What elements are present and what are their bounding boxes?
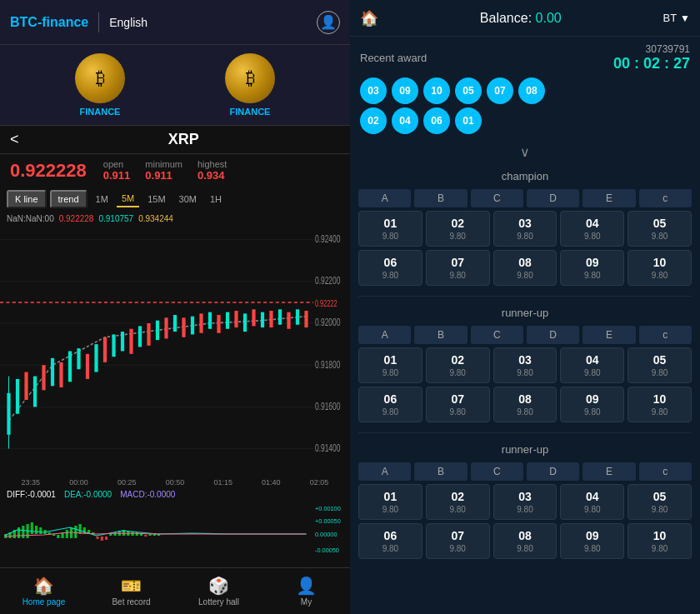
bt-button[interactable]: BT	[662, 12, 677, 24]
user-icon[interactable]: 👤	[317, 11, 340, 34]
dropdown-arrow-icon[interactable]: ▼	[680, 12, 690, 24]
cell-champ-01[interactable]: 019.80	[358, 211, 422, 247]
coin-circle-1: ₿	[75, 53, 125, 103]
svg-rect-34	[164, 317, 168, 338]
cell-champ-04[interactable]: 049.80	[560, 211, 624, 247]
cell-champ-05[interactable]: 059.80	[628, 211, 692, 247]
cell-ru2-06[interactable]: 069.80	[358, 523, 422, 559]
diff-label: DIFF:-0.0001	[7, 490, 56, 499]
col-a-champion[interactable]: A	[358, 189, 411, 207]
svg-rect-14	[7, 393, 10, 435]
svg-rect-29	[121, 332, 124, 351]
col-c-champion[interactable]: C	[471, 189, 523, 207]
cell-ru2-02[interactable]: 029.80	[426, 484, 490, 520]
col-b-ru2[interactable]: B	[414, 462, 467, 481]
left-panel: BTC-finance English 👤 ₿ FINANCE ₿ FINANC…	[0, 0, 350, 614]
high-value: 0.934	[198, 169, 225, 182]
svg-rect-44	[252, 309, 255, 326]
cell-ru1-07[interactable]: 079.80	[426, 387, 490, 422]
cell-champ-10[interactable]: 109.80	[628, 250, 692, 286]
kline-button[interactable]: K line	[7, 190, 47, 208]
cell-ru2-09[interactable]: 099.80	[560, 523, 624, 559]
cell-ru1-05[interactable]: 059.80	[628, 347, 692, 383]
nav-lottery[interactable]: 🎲 Lottery hall	[175, 568, 262, 614]
cell-ru2-08[interactable]: 089.80	[493, 523, 558, 559]
col-d-ru1[interactable]: D	[527, 326, 579, 344]
cell-ru2-04[interactable]: 049.80	[560, 484, 624, 520]
ball-03: 03	[360, 77, 387, 104]
right-home-icon[interactable]: 🏠	[360, 9, 378, 27]
cell-champ-02[interactable]: 029.80	[426, 211, 490, 247]
svg-rect-43	[243, 313, 247, 332]
lottery-section-champion: champion A B C D E c 019.80 029.80 039.8…	[350, 163, 700, 292]
col-e-ru1[interactable]: E	[582, 326, 635, 344]
svg-rect-48	[287, 312, 290, 329]
svg-rect-76	[114, 532, 117, 536]
cell-ru1-09[interactable]: 099.80	[560, 387, 624, 422]
col-b-champion[interactable]: B	[414, 189, 467, 207]
svg-rect-21	[51, 358, 54, 386]
svg-text:0.00000: 0.00000	[315, 532, 338, 538]
svg-text:-0.00050: -0.00050	[315, 547, 339, 554]
back-arrow[interactable]: <	[10, 131, 19, 148]
cell-ru2-03[interactable]: 039.80	[493, 484, 558, 520]
cell-ru1-06[interactable]: 069.80	[358, 387, 422, 422]
svg-rect-27	[103, 337, 107, 362]
trend-button[interactable]: trend	[50, 190, 88, 208]
cell-champ-03[interactable]: 039.80	[493, 211, 558, 247]
time-5m[interactable]: 5M	[117, 191, 139, 207]
svg-text:0.91800: 0.91800	[315, 358, 340, 370]
col-b-ru1[interactable]: B	[414, 326, 467, 344]
cell-champ-06[interactable]: 069.80	[358, 250, 422, 286]
cell-ru1-01[interactable]: 019.80	[358, 347, 422, 383]
nav-home[interactable]: 🏠 Home page	[0, 568, 88, 614]
lottery-section-runnerup2: runner-up A B C D E c 019.80 029.80 039.…	[350, 437, 700, 566]
col-small-c-ru1[interactable]: c	[639, 326, 692, 344]
cell-champ-07[interactable]: 079.80	[426, 250, 490, 286]
cell-ru2-10[interactable]: 109.80	[628, 523, 692, 559]
col-d-champion[interactable]: D	[527, 189, 579, 207]
cell-champ-09[interactable]: 099.80	[560, 250, 624, 286]
ci-price2: 0.910757	[98, 214, 133, 223]
time-15m[interactable]: 15M	[142, 192, 170, 207]
cell-ru1-02[interactable]: 029.80	[426, 347, 490, 383]
open-stat: open 0.911	[103, 159, 131, 182]
lottery-grid-runnerup2: 019.80 029.80 039.80 049.80 059.80 069.8…	[358, 484, 692, 559]
time-30m[interactable]: 30M	[174, 192, 202, 207]
cell-ru1-10[interactable]: 109.80	[628, 387, 692, 422]
nav-my[interactable]: 👤 My	[262, 568, 350, 614]
ci-price1: 0.922228	[59, 214, 94, 223]
col-e-ru2[interactable]: E	[582, 462, 635, 481]
col-c-ru1[interactable]: C	[471, 326, 523, 344]
cell-ru1-08[interactable]: 089.80	[493, 387, 558, 422]
cell-champ-08[interactable]: 089.80	[493, 250, 558, 286]
col-small-c-champion[interactable]: c	[639, 189, 692, 207]
time-1m[interactable]: 1M	[91, 192, 113, 207]
col-a-ru1[interactable]: A	[358, 326, 411, 344]
section-title-champion: champion	[358, 170, 692, 182]
col-small-c-ru2[interactable]: c	[639, 462, 692, 481]
cell-ru1-03[interactable]: 039.80	[493, 347, 558, 383]
col-d-ru2[interactable]: D	[527, 462, 579, 481]
col-c-ru2[interactable]: C	[471, 462, 523, 481]
award-balls-section: 03 09 10 05 07 08 02 04 06 01	[360, 77, 690, 134]
col-a-ru2[interactable]: A	[358, 462, 411, 481]
timer-id: 30739791	[613, 43, 690, 55]
cell-ru2-01[interactable]: 019.80	[358, 484, 422, 520]
cell-ru2-07[interactable]: 079.80	[426, 523, 490, 559]
current-price: 0.922228	[10, 160, 87, 182]
svg-rect-26	[94, 344, 98, 372]
time-1h[interactable]: 1H	[205, 192, 227, 207]
cell-ru1-04[interactable]: 049.80	[560, 347, 624, 383]
ticker-bar: < XRP	[0, 125, 350, 154]
col-e-champion[interactable]: E	[582, 189, 635, 207]
x-label-4: 01:15	[213, 478, 232, 487]
coin-item-2[interactable]: ₿ FINANCE	[225, 53, 275, 117]
ball-10: 10	[423, 77, 450, 104]
divider-2	[358, 432, 692, 433]
chevron-row[interactable]: ∨	[350, 141, 700, 163]
ticker-name: XRP	[28, 131, 340, 148]
cell-ru2-05[interactable]: 059.80	[628, 484, 692, 520]
nav-bet[interactable]: 🎫 Bet record	[88, 568, 175, 614]
coin-item-1[interactable]: ₿ FINANCE	[75, 53, 125, 117]
